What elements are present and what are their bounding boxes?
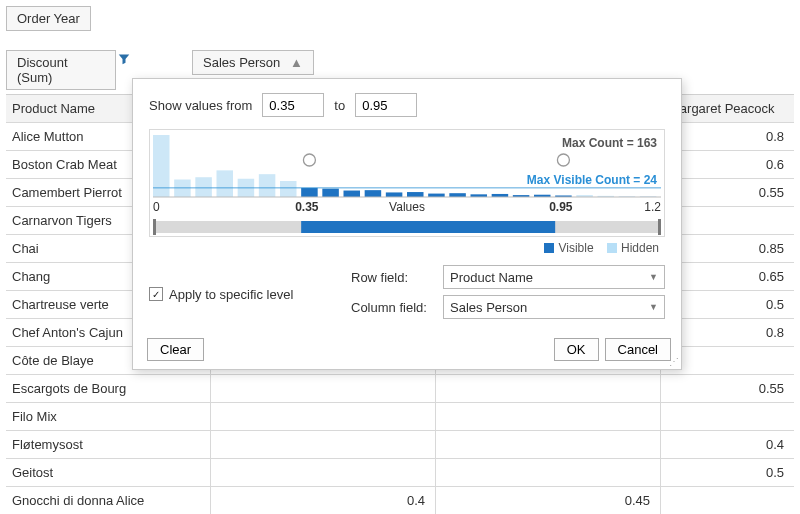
cell[interactable] (211, 375, 436, 402)
cell[interactable]: 0.4 (211, 487, 436, 514)
svg-rect-8 (301, 188, 318, 197)
cancel-button[interactable]: Cancel (605, 338, 671, 361)
column-field-value: Sales Person (450, 300, 527, 315)
svg-text:0.95: 0.95 (549, 200, 573, 214)
row-label[interactable]: Geitost (6, 459, 211, 486)
show-values-from-label: Show values from (149, 98, 252, 113)
table-row: Gnocchi di donna Alice0.40.45 (6, 487, 794, 514)
range-filter-popup: Show values from to Max Visible Count = … (132, 78, 682, 370)
table-row: Filo Mix (6, 403, 794, 431)
cell[interactable] (436, 403, 661, 430)
chevron-down-icon: ▼ (649, 302, 658, 312)
sort-asc-icon: ▲ (290, 55, 303, 70)
cell[interactable] (436, 459, 661, 486)
row-field-label: Row field: (351, 270, 433, 285)
svg-text:Max Count = 163: Max Count = 163 (562, 136, 657, 150)
from-value-input[interactable] (262, 93, 324, 117)
table-row: Fløtemysost0.4 (6, 431, 794, 459)
svg-rect-11 (365, 190, 382, 197)
cell[interactable] (211, 431, 436, 458)
svg-text:Values: Values (389, 200, 425, 214)
svg-point-29 (303, 154, 315, 166)
svg-rect-12 (386, 192, 403, 197)
legend-swatch-visible (544, 243, 554, 253)
checkbox-icon: ✓ (149, 287, 163, 301)
svg-rect-39 (658, 219, 661, 235)
row-field-combo[interactable]: Product Name ▼ (443, 265, 665, 289)
svg-rect-3 (195, 177, 212, 197)
cell[interactable] (661, 487, 794, 514)
svg-rect-10 (344, 191, 361, 197)
svg-text:Max Visible Count = 24: Max Visible Count = 24 (527, 173, 657, 187)
legend-swatch-hidden (607, 243, 617, 253)
svg-text:0: 0 (153, 200, 160, 214)
apply-specific-level-checkbox[interactable]: ✓ Apply to specific level (149, 265, 329, 319)
svg-rect-13 (407, 192, 424, 197)
to-label: to (334, 98, 345, 113)
chart-legend: Visible Hidden (149, 241, 665, 255)
cell[interactable]: 0.45 (436, 487, 661, 514)
row-field-value: Product Name (450, 270, 533, 285)
row-label[interactable]: Filo Mix (6, 403, 211, 430)
cell[interactable] (436, 375, 661, 402)
row-label[interactable]: Gnocchi di donna Alice (6, 487, 211, 514)
svg-rect-15 (449, 193, 466, 197)
svg-point-30 (557, 154, 569, 166)
legend-visible-label: Visible (558, 241, 593, 255)
table-row: Geitost0.5 (6, 459, 794, 487)
order-year-field[interactable]: Order Year (6, 6, 91, 31)
cell[interactable]: 0.55 (661, 375, 794, 402)
clear-button[interactable]: Clear (147, 338, 204, 361)
histogram-chart[interactable]: Max Visible Count = 24Max Count = 16300.… (149, 129, 665, 237)
row-label[interactable]: Fløtemysost (6, 431, 211, 458)
cell[interactable] (211, 403, 436, 430)
ok-button[interactable]: OK (554, 338, 599, 361)
to-value-input[interactable] (355, 93, 417, 117)
svg-text:0.35: 0.35 (295, 200, 319, 214)
svg-rect-37 (301, 221, 555, 233)
legend-hidden-label: Hidden (621, 241, 659, 255)
discount-sum-field[interactable]: Discount (Sum) (6, 50, 116, 90)
cell[interactable]: 0.4 (661, 431, 794, 458)
svg-text:1.2: 1.2 (644, 200, 661, 214)
filter-icon[interactable] (118, 53, 130, 65)
column-field-combo[interactable]: Sales Person ▼ (443, 295, 665, 319)
chevron-down-icon: ▼ (649, 272, 658, 282)
svg-rect-9 (322, 189, 339, 197)
svg-rect-4 (217, 170, 234, 197)
cell[interactable] (211, 459, 436, 486)
sales-person-label: Sales Person (203, 55, 280, 70)
svg-rect-38 (153, 219, 156, 235)
row-label[interactable]: Escargots de Bourg (6, 375, 211, 402)
apply-specific-label: Apply to specific level (169, 287, 293, 302)
table-row: Escargots de Bourg0.55 (6, 375, 794, 403)
column-field-label: Column field: (351, 300, 433, 315)
sales-person-field[interactable]: Sales Person ▲ (192, 50, 314, 75)
resize-grip-icon[interactable]: ⋰ (669, 356, 679, 367)
svg-rect-14 (428, 194, 445, 197)
svg-rect-7 (280, 181, 297, 197)
svg-rect-6 (259, 174, 276, 197)
cell[interactable] (661, 403, 794, 430)
cell[interactable] (436, 431, 661, 458)
cell[interactable]: 0.5 (661, 459, 794, 486)
